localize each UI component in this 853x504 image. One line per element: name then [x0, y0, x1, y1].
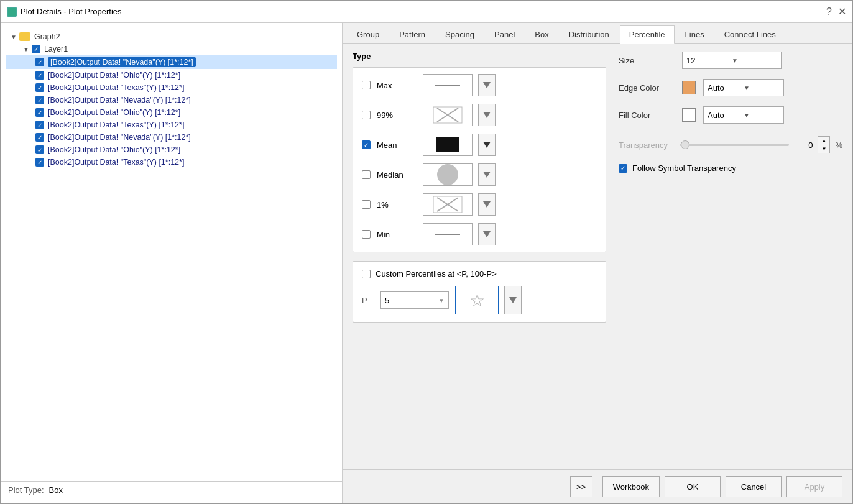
- 99pct-dropdown-btn[interactable]: [478, 104, 496, 126]
- follow-sym-checkbox[interactable]: [619, 164, 627, 173]
- follow-sym-row: Follow Symbol Transparency: [619, 163, 842, 173]
- 1pct-checkbox[interactable]: [362, 200, 371, 209]
- cancel-button[interactable]: Cancel: [726, 476, 782, 497]
- p-value: 5: [385, 296, 389, 305]
- tab-panel[interactable]: Panel: [485, 25, 524, 43]
- tree-item-5[interactable]: [Book2]Output Data! "Texas"(Y) [1*:12*]: [6, 119, 337, 131]
- 1pct-dropdown-btn[interactable]: [478, 193, 496, 216]
- right-panel: Group Pattern Spacing Panel Box Distribu…: [343, 23, 852, 503]
- 99pct-symbol-box: [423, 104, 473, 126]
- tree-root-label: Graph2: [34, 32, 60, 41]
- tree-item-6[interactable]: [Book2]Output Data! "Nevada"(Y) [1*:12*]: [6, 131, 337, 144]
- apply-button[interactable]: Apply: [786, 476, 842, 497]
- row-max: Max: [362, 74, 597, 96]
- fill-color-dropdown-icon: ▼: [744, 112, 780, 119]
- tree-item-1[interactable]: [Book2]Output Data! "Ohio"(Y) [1*:12*]: [6, 69, 337, 81]
- tab-box[interactable]: Box: [525, 25, 558, 43]
- transparency-value: 0: [794, 140, 813, 150]
- item4-checkbox[interactable]: [35, 108, 44, 117]
- workbook-button[interactable]: Workbook: [602, 476, 660, 497]
- item1-checkbox[interactable]: [35, 71, 44, 80]
- item3-checkbox[interactable]: [35, 96, 44, 104]
- tree-layer1[interactable]: ▼ Layer1: [6, 43, 337, 55]
- help-button[interactable]: ?: [826, 6, 832, 17]
- item6-label: [Book2]Output Data! "Nevada"(Y) [1*:12*]: [48, 133, 191, 142]
- item7-checkbox[interactable]: [35, 145, 44, 154]
- max-checkbox[interactable]: [362, 81, 371, 89]
- percentile-right: Size 12 ▼ Edge Color Auto ▼: [619, 52, 842, 462]
- custom-label: Custom Percentiles at <P, 100-P>: [376, 269, 497, 278]
- tree-root[interactable]: ▼ Graph2: [6, 30, 337, 43]
- edge-color-swatch[interactable]: [682, 81, 696, 94]
- median-dropdown-btn[interactable]: [478, 163, 496, 186]
- min-checkbox[interactable]: [362, 230, 371, 239]
- size-select[interactable]: 12 ▼: [682, 52, 782, 69]
- custom-dropdown-btn[interactable]: [504, 286, 522, 314]
- tree-item-2[interactable]: [Book2]Output Data! "Texas"(Y) [1*:12*]: [6, 81, 337, 94]
- item6-checkbox[interactable]: [35, 133, 44, 142]
- tab-group[interactable]: Group: [348, 25, 389, 43]
- tab-percentile[interactable]: Percentile: [620, 25, 675, 44]
- item0-label: [Book2]Output Data! "Nevada"(Y) [1*:12*]: [48, 57, 196, 67]
- tab-lines[interactable]: Lines: [676, 25, 714, 43]
- custom-row: P 5 ▼ ☆: [362, 286, 597, 314]
- type-section: Max 99%: [353, 67, 606, 252]
- fill-color-swatch[interactable]: [682, 108, 696, 122]
- edge-color-dropdown-icon: ▼: [744, 85, 780, 91]
- median-checkbox[interactable]: [362, 170, 371, 179]
- tab-pattern[interactable]: Pattern: [390, 25, 435, 43]
- tab-spacing[interactable]: Spacing: [436, 25, 484, 43]
- app-icon: [7, 7, 17, 17]
- ok-button[interactable]: OK: [665, 476, 721, 497]
- follow-sym-label: Follow Symbol Transparency: [632, 163, 736, 173]
- item5-checkbox[interactable]: [35, 121, 44, 129]
- tab-connect-lines[interactable]: Connect Lines: [715, 25, 785, 43]
- fill-color-select[interactable]: Auto ▼: [703, 106, 784, 124]
- edge-color-row: Edge Color Auto ▼: [619, 79, 842, 96]
- 99pct-checkbox[interactable]: [362, 111, 371, 119]
- item2-checkbox[interactable]: [35, 83, 44, 92]
- nav-button[interactable]: >>: [570, 476, 592, 497]
- size-row: Size 12 ▼: [619, 52, 842, 69]
- max-dash-icon: [435, 85, 460, 86]
- item8-checkbox[interactable]: [35, 158, 44, 167]
- p-label: P: [362, 296, 374, 305]
- left-panel: ▼ Graph2 ▼ Layer1 [Book2]Output Data! "N…: [1, 23, 343, 503]
- item0-checkbox[interactable]: [35, 58, 44, 66]
- 99pct-dropdown-arrow-icon: [483, 112, 491, 118]
- min-symbol-box: [423, 223, 473, 245]
- p-input[interactable]: 5 ▼: [380, 291, 449, 309]
- transparency-down-btn[interactable]: ▼: [818, 145, 829, 153]
- tree-item-4[interactable]: [Book2]Output Data! "Ohio"(Y) [1*:12*]: [6, 106, 337, 119]
- size-dropdown-icon: ▼: [732, 57, 777, 64]
- row-99pct: 99%: [362, 104, 597, 126]
- tree-item-0[interactable]: [Book2]Output Data! "Nevada"(Y) [1*:12*]: [6, 55, 337, 69]
- layer1-checkbox[interactable]: [32, 45, 40, 53]
- mean-dropdown-btn[interactable]: [478, 134, 496, 156]
- item3-label: [Book2]Output Data! "Nevada"(Y) [1*:12*]: [48, 96, 191, 104]
- row-1pct: 1%: [362, 193, 597, 216]
- transparency-slider-track[interactable]: [680, 144, 789, 146]
- tree-item-3[interactable]: [Book2]Output Data! "Nevada"(Y) [1*:12*]: [6, 94, 337, 106]
- tree-item-7[interactable]: [Book2]Output Data! "Ohio"(Y) [1*:12*]: [6, 144, 337, 156]
- tree-layer1-label: Layer1: [44, 45, 68, 53]
- transparency-slider-thumb[interactable]: [681, 140, 689, 149]
- fill-color-row: Fill Color Auto ▼: [619, 106, 842, 124]
- max-dropdown-btn[interactable]: [478, 74, 496, 96]
- mean-checkbox[interactable]: [362, 140, 371, 149]
- 1pct-symbol-box: [423, 193, 473, 216]
- row-min: Min: [362, 223, 597, 245]
- custom-checkbox[interactable]: [362, 270, 371, 278]
- star-icon: ☆: [469, 290, 485, 311]
- close-button[interactable]: ✕: [838, 6, 846, 17]
- item5-label: [Book2]Output Data! "Texas"(Y) [1*:12*]: [48, 121, 184, 129]
- transparency-up-btn[interactable]: ▲: [818, 137, 829, 145]
- edge-color-select[interactable]: Auto ▼: [703, 79, 784, 96]
- fill-color-label: Fill Color: [619, 111, 675, 120]
- tab-distribution[interactable]: Distribution: [560, 25, 619, 43]
- plot-type-value: Box: [49, 485, 63, 495]
- mean-symbol-box: [423, 134, 473, 156]
- tree-item-8[interactable]: [Book2]Output Data! "Texas"(Y) [1*:12*]: [6, 156, 337, 168]
- min-dropdown-btn[interactable]: [478, 223, 496, 245]
- custom-section: Custom Percentiles at <P, 100-P> P 5 ▼ ☆: [353, 261, 606, 323]
